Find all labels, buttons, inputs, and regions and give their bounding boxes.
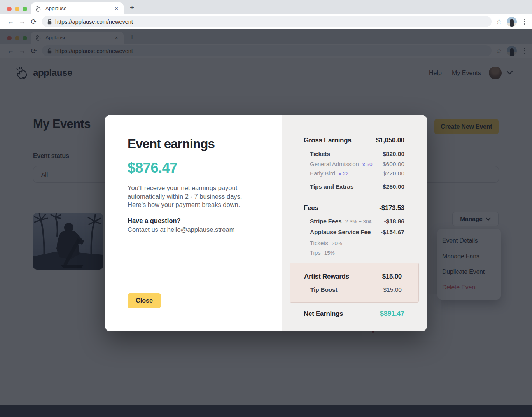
stripe-fees-row: Stripe Fees2.3% + 30¢ -$18.86 [282, 218, 427, 225]
browser-menu-icon[interactable] [522, 17, 527, 26]
tips-extras-label: Tips and Extras [310, 183, 354, 190]
service-fee-value: -$154.67 [381, 229, 404, 236]
early-bird-qty: x 22 [339, 171, 349, 177]
service-fee-tips-label: Tips15% [310, 249, 335, 256]
bookmark-star-icon[interactable]: ☆ [496, 18, 502, 26]
close-button[interactable]: Close [128, 293, 161, 308]
stripe-fees-label: Stripe Fees2.3% + 30¢ [310, 218, 372, 225]
service-fee-row: Applause Service Fee -$154.67 [282, 229, 427, 236]
early-bird-row: Early Birdx 22 $220.00 [282, 170, 427, 177]
service-fee-tickets-label: Tickets20% [310, 240, 342, 247]
general-admission-row: General Admissionx 50 $600.00 [282, 161, 427, 168]
event-earnings-modal: Event earnings $876.47 You'll receive yo… [105, 115, 427, 331]
stripe-fees-rate: 2.3% + 30¢ [345, 219, 372, 224]
contact-email-text[interactable]: Contact us at hello@applause.stream [128, 226, 282, 233]
browser-profile-avatar[interactable] [507, 17, 517, 27]
gross-earnings-value: $1,050.00 [376, 137, 404, 144]
applause-favicon-icon [35, 5, 42, 12]
net-earnings-value: $891.47 [380, 310, 404, 318]
tips-extras-row: Tips and Extras $250.00 [282, 183, 427, 190]
early-bird-label: Early Birdx 22 [310, 170, 349, 177]
back-icon[interactable]: ← [5, 18, 16, 26]
earnings-breakdown-panel: Gross Earnings $1,050.00 Tickets $820.00… [282, 115, 427, 331]
browser-chrome: Applause × + ← → ⟳ https://applause.com/… [0, 0, 532, 29]
window-controls [7, 7, 27, 11]
service-fee-label: Applause Service Fee [310, 229, 371, 236]
tip-boost-row: Tip Boost $15.00 [290, 286, 418, 293]
tickets-value: $820.00 [383, 151, 404, 158]
gross-earnings-row: Gross Earnings $1,050.00 [282, 137, 427, 144]
general-admission-label: General Admissionx 50 [310, 161, 372, 168]
tab-title: Applause [46, 5, 113, 11]
service-fee-tickets-row: Tickets20% [282, 240, 427, 247]
general-admission-qty: x 50 [362, 161, 373, 167]
gross-earnings-label: Gross Earnings [304, 137, 351, 144]
tip-boost-label: Tip Boost [310, 286, 337, 293]
window-close-button[interactable] [7, 7, 12, 11]
tips-extras-value: $250.00 [383, 183, 404, 190]
artist-rewards-row: Artist Rewards $15.00 [290, 273, 418, 280]
browser-tab[interactable]: Applause × [31, 2, 124, 14]
refresh-icon[interactable]: ⟳ [28, 18, 40, 26]
artist-rewards-box: Artist Rewards $15.00 Tip Boost $15.00 [290, 263, 419, 303]
lock-icon [47, 19, 52, 25]
question-title: Have a question? [128, 217, 282, 224]
window-zoom-button[interactable] [23, 7, 27, 11]
net-earnings-label: Net Earnings [304, 310, 343, 318]
service-fee-tips-row: Tips15% [282, 249, 427, 256]
browser-toolbar: ← → ⟳ https://applause.com/newevent ☆ [0, 14, 532, 29]
net-earnings-amount: $876.47 [128, 160, 282, 176]
tab-strip: Applause × + [0, 0, 532, 14]
fees-row: Fees -$173.53 [282, 204, 427, 212]
modal-summary-panel: Event earnings $876.47 You'll receive yo… [105, 115, 282, 331]
forward-icon[interactable]: → [16, 18, 28, 26]
new-tab-button[interactable]: + [130, 4, 134, 12]
artist-rewards-label: Artist Rewards [304, 273, 349, 280]
stripe-fees-value: -$18.86 [384, 218, 404, 225]
payout-description: You'll receive your net earnings payout … [128, 184, 257, 209]
tickets-row: Tickets $820.00 [282, 151, 427, 158]
general-admission-value: $600.00 [383, 161, 404, 168]
tickets-label: Tickets [310, 151, 330, 158]
window-minimize-button[interactable] [15, 7, 19, 11]
modal-title: Event earnings [128, 137, 282, 151]
early-bird-value: $220.00 [383, 170, 404, 177]
url-text: https://applause.com/newevent [55, 19, 133, 25]
address-bar[interactable]: https://applause.com/newevent [42, 16, 492, 27]
tip-boost-value: $15.00 [383, 286, 402, 293]
net-earnings-row: Net Earnings $891.47 [282, 310, 427, 318]
tab-close-icon[interactable]: × [113, 5, 120, 12]
artist-rewards-value: $15.00 [382, 273, 402, 280]
fees-label: Fees [304, 204, 318, 212]
page-viewport: Applause × + ← → ⟳ https://applause.com/… [0, 29, 532, 417]
fees-value: -$173.53 [379, 204, 404, 212]
